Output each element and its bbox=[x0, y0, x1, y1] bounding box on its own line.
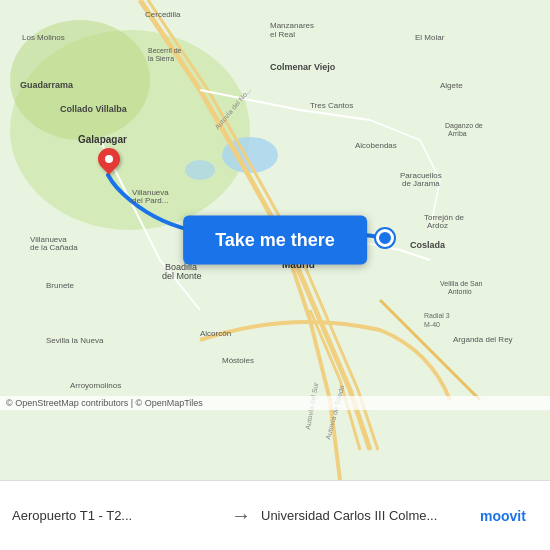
take-me-there-button[interactable]: Take me there bbox=[183, 216, 367, 265]
svg-text:Sevilla la Nueva: Sevilla la Nueva bbox=[46, 336, 104, 345]
svg-text:Los Molinos: Los Molinos bbox=[22, 33, 65, 42]
svg-text:Cercedilla: Cercedilla bbox=[145, 10, 181, 19]
svg-text:Coslada: Coslada bbox=[410, 240, 446, 250]
moovit-logo-svg: moovit bbox=[478, 501, 538, 531]
svg-text:Alcobendas: Alcobendas bbox=[355, 141, 397, 150]
footer-from: Aeropuerto T1 - T2... bbox=[12, 508, 221, 523]
svg-text:Arganda del Rey: Arganda del Rey bbox=[453, 335, 513, 344]
svg-text:M-40: M-40 bbox=[424, 321, 440, 328]
svg-text:moovit: moovit bbox=[480, 508, 526, 524]
map-container: Cercedilla Manzanares el Real El Molar L… bbox=[0, 0, 550, 480]
destination-pin bbox=[98, 148, 120, 170]
svg-text:la Sierra: la Sierra bbox=[148, 55, 174, 62]
svg-text:Colmenar Viejo: Colmenar Viejo bbox=[270, 62, 336, 72]
footer-right: Universidad Carlos III Colme... bbox=[261, 508, 470, 523]
svg-text:Guadarrama: Guadarrama bbox=[20, 80, 74, 90]
svg-point-4 bbox=[185, 160, 215, 180]
svg-text:de la Cañada: de la Cañada bbox=[30, 243, 78, 252]
svg-text:El Molar: El Molar bbox=[415, 33, 445, 42]
svg-text:Algete: Algete bbox=[440, 81, 463, 90]
copyright-text: © OpenStreetMap contributors | © OpenMap… bbox=[6, 398, 203, 408]
svg-text:Becerril de: Becerril de bbox=[148, 47, 182, 54]
svg-text:Daganzo de: Daganzo de bbox=[445, 122, 483, 130]
copyright-bar: © OpenStreetMap contributors | © OpenMap… bbox=[0, 396, 550, 410]
svg-text:Móstoles: Móstoles bbox=[222, 356, 254, 365]
svg-text:del Pard...: del Pard... bbox=[132, 196, 168, 205]
footer-left: Aeropuerto T1 - T2... bbox=[12, 508, 221, 523]
svg-text:el Real: el Real bbox=[270, 30, 295, 39]
svg-text:Antonio: Antonio bbox=[448, 288, 472, 295]
svg-text:Collado Villalba: Collado Villalba bbox=[60, 104, 128, 114]
footer-arrow: → bbox=[221, 504, 261, 527]
svg-text:Galapagar: Galapagar bbox=[78, 134, 127, 145]
footer-bar: Aeropuerto T1 - T2... → Universidad Carl… bbox=[0, 480, 550, 550]
svg-text:de Jarama: de Jarama bbox=[402, 179, 440, 188]
svg-text:Brunete: Brunete bbox=[46, 281, 75, 290]
svg-text:Manzanares: Manzanares bbox=[270, 21, 314, 30]
svg-text:Arroyomolinos: Arroyomolinos bbox=[70, 381, 121, 390]
svg-text:Velilla de San: Velilla de San bbox=[440, 280, 483, 287]
destination-pin-dot bbox=[105, 155, 113, 163]
svg-text:del Monte: del Monte bbox=[162, 271, 202, 281]
svg-text:Ardoz: Ardoz bbox=[427, 221, 448, 230]
origin-dot bbox=[376, 229, 394, 247]
svg-text:Arriba: Arriba bbox=[448, 130, 467, 137]
svg-text:Tres Cantos: Tres Cantos bbox=[310, 101, 353, 110]
footer-to: Universidad Carlos III Colme... bbox=[261, 508, 470, 523]
svg-text:Alcorcón: Alcorcón bbox=[200, 329, 231, 338]
footer-logo: moovit bbox=[478, 501, 538, 531]
svg-text:Radial 3: Radial 3 bbox=[424, 312, 450, 319]
